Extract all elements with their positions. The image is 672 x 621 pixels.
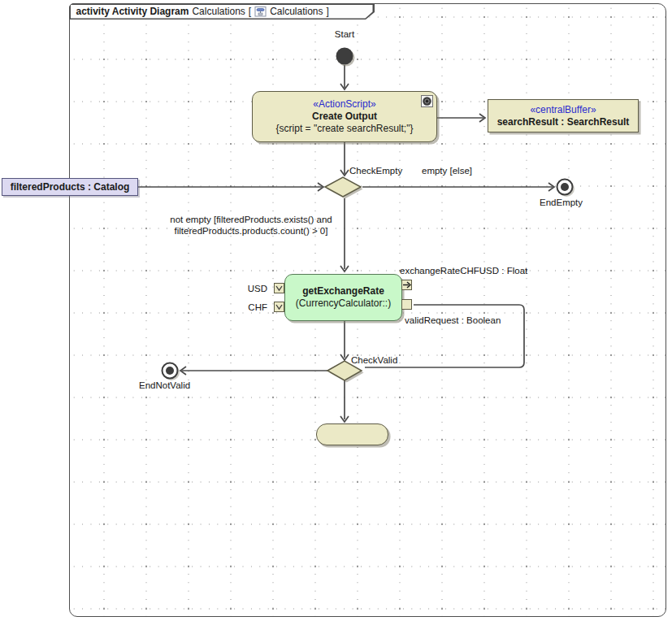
output-pin-exchange-rate[interactable] — [401, 280, 412, 290]
pin-chf-label[interactable]: CHF — [241, 302, 267, 313]
create-output-name: Create Output — [312, 111, 377, 123]
output-pin-valid-request[interactable] — [401, 299, 412, 310]
pin-arrow-down-icon — [275, 302, 284, 311]
activity-diagram-icon — [254, 6, 267, 17]
action-behavior-icon — [421, 95, 433, 107]
pin-valid-request-label[interactable]: validRequest : Boolean — [405, 315, 501, 326]
check-valid-label[interactable]: CheckValid — [351, 355, 397, 366]
input-pin-usd[interactable] — [274, 283, 284, 293]
start-node[interactable] — [336, 48, 353, 65]
search-result-stereotype: «centralBuffer» — [530, 104, 596, 116]
decision-check-empty[interactable] — [325, 177, 361, 197]
create-output-script: {script = "create searchResult;"} — [276, 123, 414, 135]
not-empty-guard-line2[interactable]: filteredProducts.products.count() > 0] — [156, 226, 346, 237]
start-label[interactable]: Start — [327, 29, 362, 40]
search-result-name: searchResult : SearchResult — [497, 116, 630, 128]
frame-bracket-open: [ — [249, 6, 251, 17]
frame-bracket-close: ] — [327, 6, 329, 17]
filtered-products-label: filteredProducts : Catalog — [11, 180, 130, 195]
action-create-output[interactable]: «ActionScript» Create Output {script = "… — [252, 91, 437, 142]
input-pin-chf[interactable] — [274, 302, 284, 312]
pin-usd-label[interactable]: USD — [241, 284, 267, 294]
create-output-stereotype: «ActionScript» — [313, 98, 375, 111]
end-not-valid-node-core — [166, 367, 174, 375]
action-unnamed[interactable] — [316, 423, 388, 445]
empty-else-guard-label[interactable]: empty [else] — [422, 166, 472, 176]
end-empty-label[interactable]: EndEmpty — [540, 198, 583, 208]
not-empty-guard-line1[interactable]: not empty [filteredProducts.exists() and — [156, 215, 346, 225]
pin-arrow-down-icon — [275, 284, 284, 293]
end-not-valid-label[interactable]: EndNotValid — [139, 380, 190, 391]
frame-diagram-name: Calculations — [270, 6, 323, 17]
frame-tab[interactable]: activity Activity Diagram Calculations [… — [71, 5, 373, 19]
check-empty-label[interactable]: CheckEmpty — [349, 166, 402, 176]
frame-keyword: activity Activity Diagram — [76, 6, 189, 17]
central-buffer-search-result[interactable]: «centralBuffer» searchResult : SearchRes… — [488, 99, 639, 132]
object-node-filtered-products[interactable]: filteredProducts : Catalog — [2, 178, 138, 196]
pin-arrow-right-icon — [402, 280, 411, 289]
end-empty-node-core — [561, 183, 569, 191]
get-exchange-rate-classifier: (CurrencyCalculator::) — [296, 297, 391, 310]
diagram-canvas: activity Activity Diagram Calculations [… — [0, 0, 672, 621]
pin-exchange-rate-label[interactable]: exchangeRateCHFUSD : Float — [400, 266, 527, 276]
get-exchange-rate-name: getExchangeRate — [302, 285, 384, 297]
frame-context-name: Calculations — [192, 6, 245, 17]
action-get-exchange-rate[interactable]: getExchangeRate (CurrencyCalculator::) — [284, 274, 402, 321]
